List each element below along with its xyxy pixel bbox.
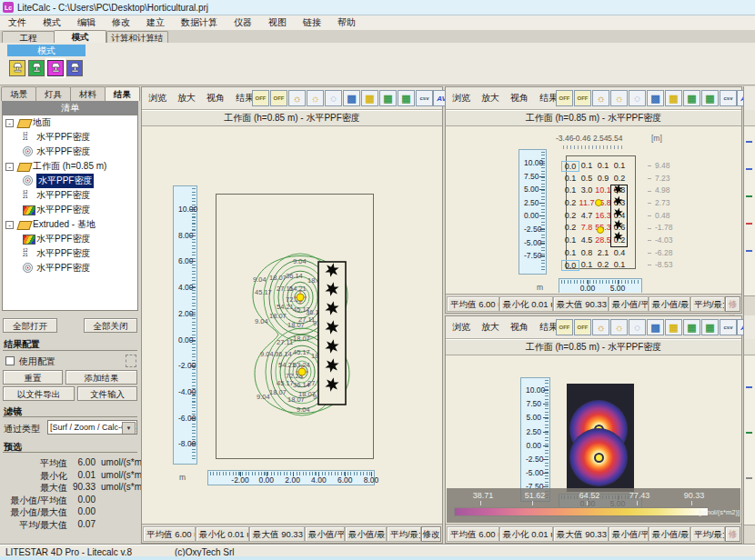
sidebar-tab-结果[interactable]: 结果 xyxy=(105,86,140,101)
panel-menu-浏览[interactable]: 浏览 xyxy=(447,321,476,334)
calc-points-icon[interactable]: ◌ xyxy=(629,319,646,335)
calc-points-icon[interactable]: ◌ xyxy=(325,90,342,106)
calc-points-icon[interactable]: ◌ xyxy=(629,90,646,106)
tree-item-result[interactable]: 水平PPF密度 xyxy=(3,261,137,275)
surface-green2-icon[interactable]: ▦ xyxy=(398,90,415,106)
grid-yellow-icon[interactable]: ▦ xyxy=(361,90,378,106)
mode-lamp-magenta-button[interactable] xyxy=(47,60,64,76)
menu-item[interactable]: 帮助 xyxy=(329,16,364,29)
off-average-icon[interactable]: OFF xyxy=(556,90,573,106)
stat-value: 0.00 xyxy=(71,495,96,505)
menu-item[interactable]: 模式 xyxy=(35,16,69,29)
menu-item[interactable]: 建立 xyxy=(138,16,173,29)
mode-lamp-yellow-button[interactable] xyxy=(9,60,25,76)
ruler-unit-label: m xyxy=(537,283,543,292)
off-average-icon[interactable]: OFF xyxy=(556,319,573,335)
expander-icon[interactable]: - xyxy=(5,119,14,127)
chevron-down-icon[interactable]: ▼ xyxy=(122,422,136,435)
export-file-button[interactable]: 以文件导出 xyxy=(3,386,75,401)
iso-areas-icon[interactable]: ☼ xyxy=(288,90,306,106)
tab-计算和计算结果[interactable]: 计算和计算结果 xyxy=(106,31,168,44)
modify-button[interactable]: 修改 xyxy=(725,526,740,542)
panel-menu-放大[interactable]: 放大 xyxy=(476,321,505,334)
panel-menu-放大[interactable]: 放大 xyxy=(476,92,505,105)
values-grid-icon: 1221 xyxy=(23,190,34,201)
sidebar-tab-场景[interactable]: 场景 xyxy=(1,86,36,101)
reset-button[interactable]: 重置 xyxy=(3,370,63,385)
tree-item-result[interactable]: 水平PPF密度 xyxy=(3,174,137,188)
plot-area-isolines[interactable]: 10.008.006.004.002.000.00-2.00-4.00-6.00… xyxy=(143,126,441,523)
iso-areas-icon[interactable]: ☼ xyxy=(592,319,609,335)
panel-menu-视角[interactable]: 视角 xyxy=(505,92,534,105)
panel-menu-浏览[interactable]: 浏览 xyxy=(143,92,172,105)
import-file-button[interactable]: 文件输入 xyxy=(77,386,137,401)
tree-node-地面[interactable]: -地面 xyxy=(3,115,137,130)
sidebar-tab-材料[interactable]: 材料 xyxy=(70,86,106,101)
tree-item-result[interactable]: 1221水平PPF密度 xyxy=(3,130,137,145)
off-values-icon[interactable]: OFF xyxy=(270,90,287,106)
grid-yellow-icon[interactable]: ▦ xyxy=(665,319,682,335)
tree-item-result[interactable]: 1221水平PPF密度 xyxy=(3,246,137,261)
surface-green-icon[interactable]: ▦ xyxy=(683,319,700,335)
panel-menu-结果[interactable]: 结果 xyxy=(534,321,556,334)
open-all-button[interactable]: 全部打开 xyxy=(3,318,57,333)
menu-item[interactable]: 仪器 xyxy=(226,16,260,29)
menu-item[interactable]: 修改 xyxy=(104,16,138,29)
use-config-checkbox[interactable] xyxy=(5,356,15,365)
surface-green2-icon[interactable]: ▦ xyxy=(701,319,719,335)
tree-item-result[interactable]: 1221水平PPF密度 xyxy=(3,188,137,203)
mode-insert-luminaire-button[interactable] xyxy=(28,60,45,76)
tree-item-result[interactable]: 水平PPF密度 xyxy=(3,203,137,217)
panel-menu-放大[interactable]: 放大 xyxy=(172,92,201,105)
top-axis-label: 2.54 xyxy=(593,134,609,143)
panel-menu-结果[interactable]: 结果 xyxy=(534,92,556,105)
csv-export-icon[interactable]: csv xyxy=(720,319,737,335)
surface-green-icon[interactable]: ▦ xyxy=(379,90,397,106)
off-average-icon[interactable]: OFF xyxy=(252,90,269,106)
tree-item-result[interactable]: 水平PPF密度 xyxy=(3,232,137,246)
menu-item[interactable]: 文件 xyxy=(0,16,35,29)
tab-工程[interactable]: 工程 xyxy=(2,31,55,44)
tab-模式[interactable]: 模式 xyxy=(54,30,106,44)
panel-menu-视角[interactable]: 视角 xyxy=(201,92,230,105)
csv-export-icon[interactable]: csv xyxy=(416,90,433,106)
panel-menu-结果[interactable]: 结果 xyxy=(230,92,252,105)
mode-lamp-blue-button[interactable] xyxy=(66,60,83,76)
falsecolor-icon xyxy=(23,205,35,215)
expander-icon[interactable]: - xyxy=(5,221,14,229)
sidebar-tab-灯具[interactable]: 灯具 xyxy=(35,86,71,101)
modify-button[interactable]: 修改 xyxy=(725,296,740,312)
config-clipboard-icon[interactable] xyxy=(126,355,136,367)
plot-area-values[interactable]: -3.46-0.462.545.54[m]10.007.505.002.500.… xyxy=(447,126,740,293)
surface-green2-icon[interactable]: ▦ xyxy=(701,90,719,106)
menu-item[interactable]: 编辑 xyxy=(69,16,104,29)
tree-item-result[interactable]: 水平PPF密度 xyxy=(3,145,137,159)
plot-area-falsecolor[interactable]: 10.007.505.002.500.00-2.50-5.00-7.500.00… xyxy=(447,355,740,523)
menu-item[interactable]: 视图 xyxy=(260,16,295,29)
modify-button[interactable]: 修改 xyxy=(421,526,441,542)
value-grid-icon[interactable]: ▩ xyxy=(647,90,664,106)
panel-menu-视角[interactable]: 视角 xyxy=(505,321,534,334)
off-values-icon[interactable]: OFF xyxy=(574,319,591,335)
csv-export-icon[interactable]: csv xyxy=(720,90,737,106)
menu-item[interactable]: 链接 xyxy=(295,16,329,29)
value-grid-icon[interactable]: ▩ xyxy=(647,319,664,335)
filter-type-dropdown[interactable]: [Surf / Zoom / Calc-Obs] ▼ xyxy=(47,420,137,435)
iso-lines-icon[interactable]: ☼ xyxy=(610,319,628,335)
tree-node-Extruded - 基地[interactable]: -Extruded - 基地 xyxy=(3,217,137,232)
close-all-button[interactable]: 全部关闭 xyxy=(84,318,137,333)
iso-areas-icon[interactable]: ☼ xyxy=(592,90,609,106)
status-cell: 最小值/最大 xyxy=(649,526,690,542)
menu-item[interactable]: 数据计算 xyxy=(173,16,226,29)
iso-lines-icon[interactable]: ☼ xyxy=(307,90,324,106)
tree-node-工作面 (h=0.85 m)[interactable]: -工作面 (h=0.85 m) xyxy=(3,159,137,174)
iso-lines-icon[interactable]: ☼ xyxy=(610,90,628,106)
add-result-button[interactable]: 添加结果 xyxy=(65,370,137,385)
grid-yellow-icon[interactable]: ▦ xyxy=(665,90,682,106)
value-grid-icon[interactable]: ▩ xyxy=(343,90,360,106)
panel-menu-浏览[interactable]: 浏览 xyxy=(447,92,476,105)
expander-icon[interactable]: - xyxy=(5,163,14,171)
surface-green-icon[interactable]: ▦ xyxy=(683,90,700,106)
ruler-major-tick xyxy=(543,459,549,460)
off-values-icon[interactable]: OFF xyxy=(574,90,591,106)
